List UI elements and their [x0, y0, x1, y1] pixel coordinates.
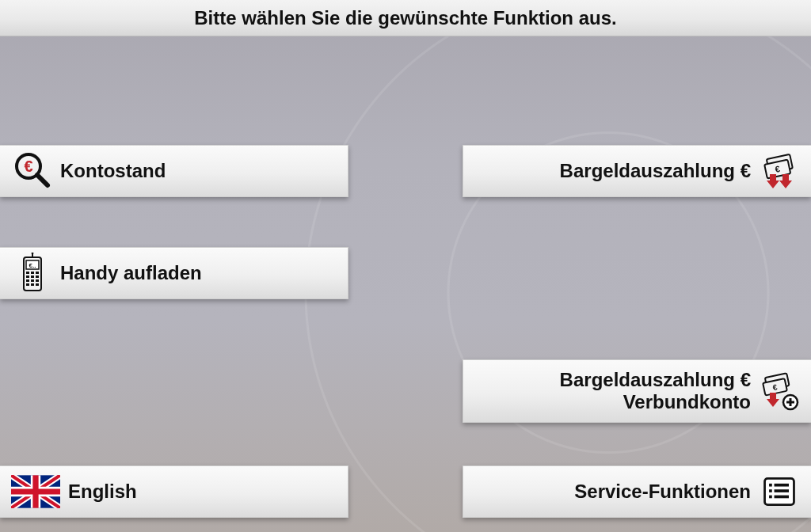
list-icon: [759, 471, 800, 512]
svg-rect-17: [26, 279, 29, 282]
svg-rect-41: [769, 489, 772, 492]
svg-rect-14: [26, 276, 29, 278]
balance-label: Kontostand: [60, 162, 166, 180]
service-label: Service-Funktionen: [574, 482, 751, 501]
svg-rect-19: [36, 279, 39, 282]
withdraw-linked-label: Bargeldauszahlung € Verbundkonto: [560, 369, 751, 412]
svg-rect-39: [769, 484, 772, 487]
svg-rect-21: [31, 283, 34, 286]
topup-label: Handy aufladen: [60, 264, 202, 283]
cash-out-icon: €: [759, 150, 800, 192]
cash-out-plus-icon: €: [759, 370, 800, 412]
svg-rect-43: [769, 496, 772, 499]
svg-line-1: [37, 175, 48, 185]
withdraw-label: Bargeldauszahlung €: [560, 162, 751, 180]
english-label: English: [68, 482, 137, 501]
svg-rect-40: [775, 484, 789, 487]
svg-rect-13: [36, 272, 39, 274]
svg-rect-18: [31, 279, 34, 282]
service-button[interactable]: Service-Funktionen: [463, 466, 811, 518]
svg-rect-22: [36, 283, 39, 286]
svg-rect-15: [31, 276, 34, 278]
svg-rect-20: [26, 283, 29, 286]
svg-rect-44: [775, 496, 789, 499]
svg-rect-12: [31, 272, 34, 274]
english-button[interactable]: English: [0, 466, 348, 518]
topup-button[interactable]: €.. Handy aufladen: [0, 247, 348, 299]
svg-text:€..: €..: [29, 262, 36, 269]
euro-magnifier-icon: €: [11, 150, 52, 192]
svg-rect-42: [775, 489, 789, 492]
header-bar: Bitte wählen Sie die gewünschte Funktion…: [0, 0, 811, 36]
withdraw-linked-button[interactable]: Bargeldauszahlung € Verbundkonto €: [463, 359, 811, 423]
mobile-phone-icon: €..: [11, 253, 52, 294]
header-title: Bitte wählen Sie die gewünschte Funktion…: [194, 7, 616, 29]
svg-text:€: €: [24, 158, 32, 175]
uk-flag-icon: [11, 471, 60, 512]
balance-button[interactable]: € Kontostand: [0, 145, 348, 197]
svg-rect-11: [26, 272, 29, 274]
svg-rect-16: [36, 276, 39, 278]
withdraw-button[interactable]: Bargeldauszahlung € €: [463, 145, 811, 197]
